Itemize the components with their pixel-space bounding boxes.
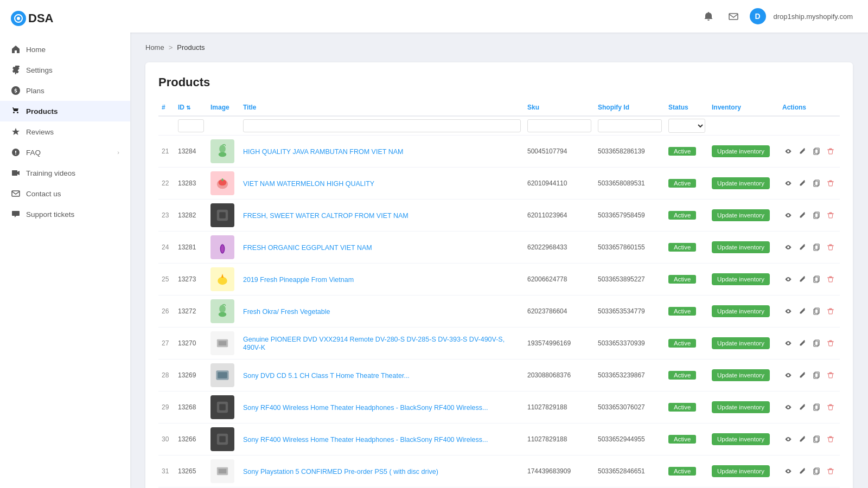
update-inventory-button[interactable]: Update inventory xyxy=(712,401,770,413)
sidebar-item-reviews[interactable]: Reviews xyxy=(0,121,130,142)
row-sku: 11027829188 xyxy=(524,391,595,423)
delete-icon[interactable] xyxy=(825,209,837,221)
product-title-link[interactable]: FRESH, SWEET WATER CALTROP FROM VIET NAM xyxy=(243,212,409,220)
sidebar-item-products[interactable]: Products xyxy=(0,101,130,121)
delete-icon[interactable] xyxy=(825,177,837,189)
update-inventory-button[interactable]: Update inventory xyxy=(712,369,770,381)
update-inventory-button[interactable]: Update inventory xyxy=(712,465,770,477)
product-title-link[interactable]: FRESH ORGANIC EGGPLANT VIET NAM xyxy=(243,244,372,252)
view-icon[interactable] xyxy=(782,337,794,349)
product-title-link[interactable]: Sony RF400 Wireless Home Theater Headpho… xyxy=(243,436,488,444)
delete-icon[interactable] xyxy=(825,369,837,381)
status-badge: Active xyxy=(668,147,696,156)
update-inventory-button[interactable]: Update inventory xyxy=(712,177,770,189)
edit-icon[interactable] xyxy=(796,305,808,317)
breadcrumb-home[interactable]: Home xyxy=(145,43,164,52)
row-id: 13268 xyxy=(175,391,207,423)
update-inventory-button[interactable]: Update inventory xyxy=(712,145,770,157)
filter-sku-input[interactable] xyxy=(527,119,591,132)
sidebar-item-training[interactable]: Training videos xyxy=(0,163,130,183)
update-inventory-button[interactable]: Update inventory xyxy=(712,273,770,285)
view-icon[interactable] xyxy=(782,465,794,477)
filter-shopify-input[interactable] xyxy=(598,119,662,132)
sidebar-item-faq[interactable]: FAQ › xyxy=(0,142,130,163)
edit-icon[interactable] xyxy=(796,273,808,285)
copy-icon[interactable] xyxy=(810,433,822,445)
update-inventory-button[interactable]: Update inventory xyxy=(712,209,770,221)
filter-status-cell: Active Inactive xyxy=(665,116,709,136)
delete-icon[interactable] xyxy=(825,305,837,317)
copy-icon[interactable] xyxy=(810,273,822,285)
product-title-link[interactable]: Sony DVD CD 5.1 CH Class T Home Theatre … xyxy=(243,372,410,380)
filter-id-input[interactable] xyxy=(178,119,204,132)
notification-icon[interactable] xyxy=(700,8,717,25)
copy-icon[interactable] xyxy=(810,209,822,221)
product-title-link[interactable]: Sony RF400 Wireless Home Theater Headpho… xyxy=(243,404,488,412)
update-inventory-button[interactable]: Update inventory xyxy=(712,337,770,349)
view-icon[interactable] xyxy=(782,177,794,189)
delete-icon[interactable] xyxy=(825,401,837,413)
copy-icon[interactable] xyxy=(810,305,822,317)
email-icon[interactable] xyxy=(725,8,742,25)
sidebar-item-plans[interactable]: Plans xyxy=(0,80,130,101)
view-icon[interactable] xyxy=(782,241,794,253)
delete-icon[interactable] xyxy=(825,273,837,285)
edit-icon[interactable] xyxy=(796,369,808,381)
sidebar-item-contact[interactable]: Contact us xyxy=(0,183,130,204)
sidebar-item-settings[interactable]: Settings xyxy=(0,60,130,80)
view-icon[interactable] xyxy=(782,305,794,317)
product-title-link[interactable]: Fresh Okra/ Fresh Vegetable xyxy=(243,308,330,316)
row-shopify-id: 5033653895227 xyxy=(595,264,665,296)
table-row: 29 13268 Sony RF400 Wireless Home Theate… xyxy=(158,391,840,423)
view-icon[interactable] xyxy=(782,145,794,157)
delete-icon[interactable] xyxy=(825,465,837,477)
sidebar-item-support[interactable]: Support tickets xyxy=(0,204,130,224)
copy-icon[interactable] xyxy=(810,401,822,413)
copy-icon[interactable] xyxy=(810,241,822,253)
product-thumbnail xyxy=(210,267,234,291)
svg-point-27 xyxy=(219,305,226,313)
product-title-link[interactable]: 2019 Fresh Pineapple From Vietnam xyxy=(243,276,354,284)
view-icon[interactable] xyxy=(782,273,794,285)
row-sku: 62011023964 xyxy=(524,200,595,232)
copy-icon[interactable] xyxy=(810,337,822,349)
filter-title-input[interactable] xyxy=(243,119,521,132)
edit-icon[interactable] xyxy=(796,145,808,157)
edit-icon[interactable] xyxy=(796,177,808,189)
view-icon[interactable] xyxy=(782,369,794,381)
svg-point-7 xyxy=(219,152,227,157)
edit-icon[interactable] xyxy=(796,337,808,349)
delete-icon[interactable] xyxy=(825,433,837,445)
product-title-link[interactable]: Genuine PIONEER DVD VXX2914 Remote DV-28… xyxy=(243,336,505,351)
row-title: FRESH ORGANIC EGGPLANT VIET NAM xyxy=(240,232,524,264)
view-icon[interactable] xyxy=(782,401,794,413)
table-row: 25 13273 2019 Fresh Pineapple From Vietn… xyxy=(158,264,840,296)
edit-icon[interactable] xyxy=(796,401,808,413)
row-id: 13273 xyxy=(175,264,207,296)
copy-icon[interactable] xyxy=(810,465,822,477)
product-title-link[interactable]: Sony Playstation 5 CONFIRMED Pre-order P… xyxy=(243,468,438,476)
delete-icon[interactable] xyxy=(825,241,837,253)
edit-icon[interactable] xyxy=(796,433,808,445)
product-title-link[interactable]: HIGH QUALITY JAVA RAMBUTAN FROM VIET NAM xyxy=(243,148,403,156)
filter-status-select[interactable]: Active Inactive xyxy=(668,119,705,133)
edit-icon[interactable] xyxy=(796,465,808,477)
copy-icon[interactable] xyxy=(810,145,822,157)
view-icon[interactable] xyxy=(782,209,794,221)
sidebar-item-home[interactable]: Home xyxy=(0,39,130,60)
delete-icon[interactable] xyxy=(825,337,837,349)
product-title-link[interactable]: VIET NAM WATERMELON HIGH QUALITY xyxy=(243,180,374,188)
copy-icon[interactable] xyxy=(810,369,822,381)
col-id[interactable]: ID xyxy=(175,99,207,116)
settings-icon xyxy=(11,65,21,75)
edit-icon[interactable] xyxy=(796,241,808,253)
update-inventory-button[interactable]: Update inventory xyxy=(712,305,770,317)
view-icon[interactable] xyxy=(782,433,794,445)
delete-icon[interactable] xyxy=(825,145,837,157)
edit-icon[interactable] xyxy=(796,209,808,221)
copy-icon[interactable] xyxy=(810,177,822,189)
status-badge: Active xyxy=(668,371,696,380)
update-inventory-button[interactable]: Update inventory xyxy=(712,433,770,445)
status-badge: Active xyxy=(668,307,696,316)
update-inventory-button[interactable]: Update inventory xyxy=(712,241,770,253)
